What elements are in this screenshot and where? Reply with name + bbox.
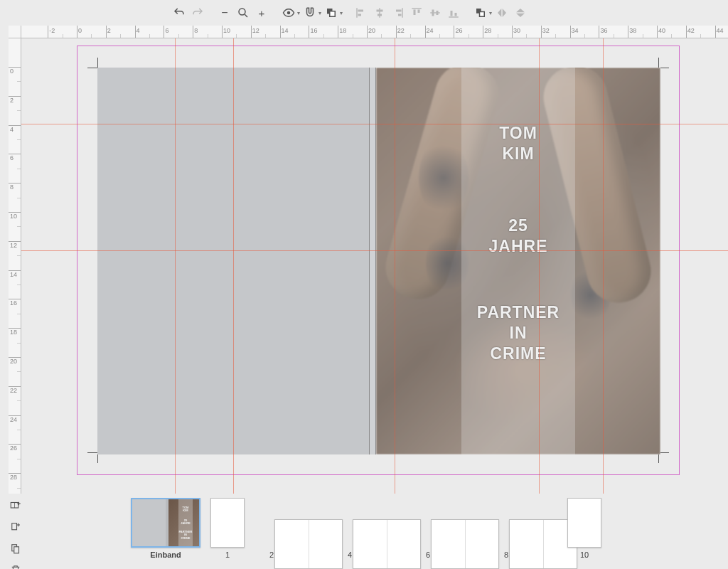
title-line: KIM xyxy=(461,144,575,164)
zoom-in-button[interactable]: + xyxy=(253,4,270,21)
flip-h-button[interactable] xyxy=(493,4,510,21)
ruler-vertical[interactable]: 0246810121416182022242628 xyxy=(9,38,21,494)
guide-vertical[interactable] xyxy=(539,38,540,494)
svg-rect-33 xyxy=(14,547,19,553)
svg-rect-7 xyxy=(358,14,362,16)
title-line: JAHRE xyxy=(461,236,575,257)
undo-button[interactable] xyxy=(171,4,188,21)
layers-icon xyxy=(325,6,338,19)
align-center-h-icon xyxy=(373,6,386,19)
svg-rect-29 xyxy=(12,523,17,530)
chevron-down-icon: ▾ xyxy=(318,10,321,16)
undo-icon xyxy=(173,6,186,19)
align-right-button[interactable] xyxy=(390,4,407,21)
plus-icon: + xyxy=(259,7,265,19)
thumb-spread[interactable] xyxy=(353,519,421,569)
chevron-down-icon: ▾ xyxy=(297,10,300,16)
title-block-3[interactable]: PARTNER IN CRIME xyxy=(461,302,575,363)
add-spread-icon xyxy=(9,499,22,512)
magnet-icon xyxy=(304,6,316,19)
guide-vertical[interactable] xyxy=(175,38,176,494)
align-bottom-icon xyxy=(447,6,460,19)
redo-button[interactable] xyxy=(189,4,206,21)
redo-icon xyxy=(191,6,204,19)
guide-vertical[interactable] xyxy=(395,38,395,494)
ruler-origin xyxy=(9,26,21,38)
align-bottom-button[interactable] xyxy=(445,4,462,21)
svg-rect-9 xyxy=(377,10,383,12)
minus-icon: − xyxy=(221,6,228,19)
flip-v-button[interactable] xyxy=(512,4,529,21)
title-line: TOM xyxy=(461,123,575,144)
view-menu-button[interactable] xyxy=(280,4,297,21)
svg-rect-16 xyxy=(418,10,420,14)
svg-rect-19 xyxy=(437,11,439,15)
eye-icon xyxy=(282,6,295,19)
worksheet-bounds: TOM KIM 25 JAHRE PARTNER IN CRIME xyxy=(77,46,680,475)
svg-rect-22 xyxy=(455,13,457,16)
align-center-h-button[interactable] xyxy=(371,4,388,21)
guide-horizontal[interactable] xyxy=(21,250,728,251)
zoom-reset-button[interactable] xyxy=(235,4,252,21)
layers-button[interactable] xyxy=(323,4,340,21)
title-block-1[interactable]: TOM KIM xyxy=(461,123,575,164)
spine[interactable] xyxy=(369,68,376,454)
align-top-icon xyxy=(410,6,423,19)
svg-rect-15 xyxy=(414,10,416,16)
align-center-v-button[interactable] xyxy=(427,4,444,21)
title-line: PARTNER xyxy=(461,302,575,323)
thumb-page-1[interactable] xyxy=(210,498,245,548)
zoom-out-button[interactable]: − xyxy=(216,4,233,21)
svg-line-1 xyxy=(245,14,247,17)
thumb-page-10[interactable] xyxy=(567,498,601,548)
svg-rect-6 xyxy=(358,10,364,12)
svg-rect-4 xyxy=(330,11,336,17)
title-line: CRIME xyxy=(461,344,575,364)
add-spread-button[interactable] xyxy=(8,498,23,514)
svg-rect-12 xyxy=(396,10,402,12)
magnifier-icon xyxy=(237,6,250,19)
canvas-area[interactable]: TOM KIM 25 JAHRE PARTNER IN CRIME xyxy=(21,38,728,494)
top-toolbar: − + ▾ ▾ ▾ ▾ xyxy=(0,0,728,26)
page-thumbnail-strip: TOMKIM25JAHREPARTNERINCRIMEEinband123456… xyxy=(0,494,728,569)
align-left-button[interactable] xyxy=(353,4,370,21)
svg-rect-24 xyxy=(480,12,485,17)
add-page-button[interactable] xyxy=(8,519,23,535)
chevron-down-icon: ▾ xyxy=(489,10,492,16)
insert-menu-button[interactable] xyxy=(301,4,318,21)
svg-point-2 xyxy=(287,11,291,15)
duplicate-page-button[interactable] xyxy=(8,541,23,556)
frame-menu-button[interactable] xyxy=(472,4,489,21)
guide-horizontal[interactable] xyxy=(21,124,728,124)
align-right-icon xyxy=(392,6,405,19)
thumb-spread[interactable] xyxy=(431,519,499,569)
delete-page-button[interactable] xyxy=(8,562,23,569)
align-top-button[interactable] xyxy=(408,4,425,21)
guide-vertical[interactable] xyxy=(603,38,604,494)
frame-icon xyxy=(474,6,487,19)
svg-point-0 xyxy=(239,9,245,15)
thumb-spread[interactable] xyxy=(274,519,343,569)
title-line: IN xyxy=(461,323,575,344)
svg-rect-10 xyxy=(378,14,382,16)
flip-h-icon xyxy=(496,6,508,19)
align-center-v-icon xyxy=(429,6,441,19)
ruler-horizontal[interactable]: -202468101214161820222426283032343638404… xyxy=(21,26,728,38)
align-left-icon xyxy=(355,6,368,19)
thumb-label: 1 xyxy=(210,551,245,559)
thumb-cover[interactable]: TOMKIM25JAHREPARTNERINCRIME xyxy=(131,498,200,548)
svg-rect-21 xyxy=(451,11,453,16)
svg-rect-18 xyxy=(432,10,434,16)
svg-rect-13 xyxy=(398,14,402,16)
trash-icon xyxy=(9,563,22,569)
page-thumbnails: TOMKIM25JAHREPARTNERINCRIMEEinband123456… xyxy=(31,494,728,569)
chevron-down-icon: ▾ xyxy=(340,10,343,16)
add-page-icon xyxy=(9,521,22,533)
front-cover-page[interactable]: TOM KIM 25 JAHRE PARTNER IN CRIME xyxy=(376,68,660,454)
title-line: 25 xyxy=(461,216,575,236)
flip-v-icon xyxy=(514,6,527,19)
guide-vertical[interactable] xyxy=(233,38,234,494)
thumb-cover-label: Einband xyxy=(131,551,200,559)
page-strip-tools xyxy=(0,494,31,569)
cover-spread[interactable]: TOM KIM 25 JAHRE PARTNER IN CRIME xyxy=(97,68,660,454)
